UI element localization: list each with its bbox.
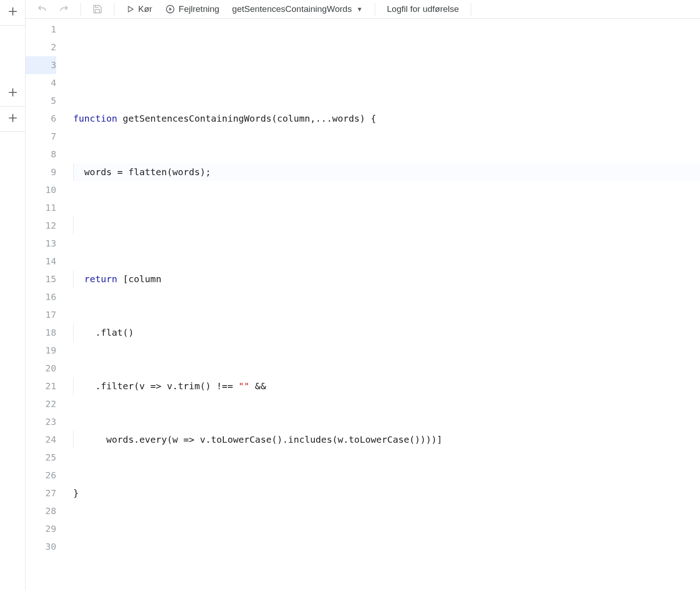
line-number[interactable]: 11 (26, 199, 56, 217)
toolbar-separator (375, 3, 375, 16)
code-line[interactable] (73, 56, 700, 74)
plus-icon (7, 86, 19, 101)
line-number[interactable]: 8 (26, 145, 56, 163)
line-number[interactable]: 7 (26, 128, 56, 145)
line-number[interactable]: 12 (26, 217, 56, 235)
run-button[interactable]: Kør (122, 1, 157, 17)
editor-toolbar: Kør Fejlretning getSentencesContainingWo… (26, 0, 700, 19)
toolbar-separator (471, 3, 471, 16)
code-line[interactable] (73, 538, 700, 556)
line-number[interactable]: 19 (26, 342, 56, 359)
code-line[interactable] (73, 217, 700, 235)
line-number[interactable]: 4 (26, 74, 56, 92)
line-number[interactable]: 15 (26, 270, 56, 288)
line-number[interactable]: 14 (26, 252, 56, 270)
line-number[interactable]: 29 (26, 520, 56, 538)
plus-icon (7, 5, 19, 20)
line-number[interactable]: 25 (26, 449, 56, 467)
code-line[interactable]: words = flatten(words); (73, 163, 700, 181)
debug-button[interactable]: Fejlretning (161, 1, 224, 17)
line-number[interactable]: 2 (26, 38, 56, 56)
leftrail-add-3[interactable] (0, 106, 26, 132)
line-number[interactable]: 3 (26, 56, 56, 74)
workspace: Kør Fejlretning getSentencesContainingWo… (26, 0, 700, 590)
save-button[interactable] (88, 0, 107, 18)
debug-label: Fejlretning (179, 4, 220, 14)
line-number[interactable]: 16 (26, 288, 56, 306)
line-number[interactable]: 26 (26, 467, 56, 484)
redo-button[interactable] (55, 0, 73, 18)
run-label: Kør (138, 4, 152, 14)
code-content[interactable]: function getSentencesContainingWords(col… (67, 19, 700, 590)
line-number[interactable]: 22 (26, 395, 56, 413)
line-number[interactable]: 27 (26, 484, 56, 502)
line-number-gutter: 1234567891011121314151617181920212223242… (26, 19, 67, 590)
line-number[interactable]: 9 (26, 163, 56, 181)
leftrail-add-2[interactable] (0, 80, 26, 106)
line-number[interactable]: 30 (26, 538, 56, 556)
toolbar-separator (114, 3, 114, 16)
line-number[interactable]: 13 (26, 235, 56, 252)
line-number[interactable]: 20 (26, 359, 56, 377)
code-line[interactable]: return [column (73, 270, 700, 288)
execution-log-button[interactable]: Logfil for udførelse (382, 1, 463, 17)
leftrail-add-1[interactable] (0, 0, 26, 26)
debug-icon (165, 4, 175, 14)
line-number[interactable]: 23 (26, 413, 56, 431)
line-number[interactable]: 1 (26, 21, 56, 38)
line-number[interactable]: 28 (26, 502, 56, 520)
code-line[interactable]: } (73, 484, 700, 502)
line-number[interactable]: 17 (26, 306, 56, 324)
code-line[interactable]: .flat() (73, 324, 700, 342)
code-line[interactable]: .filter(v => v.trim() !== "" && (73, 377, 700, 395)
svg-marker-2 (169, 7, 172, 11)
svg-marker-0 (129, 6, 134, 12)
code-line[interactable]: function getSentencesContainingWords(col… (73, 110, 700, 128)
line-number[interactable]: 5 (26, 92, 56, 110)
line-number[interactable]: 21 (26, 377, 56, 395)
function-select-label: getSentencesContainingWords (232, 4, 352, 14)
execution-log-label: Logfil for udførelse (387, 4, 459, 14)
function-select[interactable]: getSentencesContainingWords ▼ (227, 1, 367, 17)
plus-icon (7, 112, 19, 126)
line-number[interactable]: 10 (26, 181, 56, 199)
undo-button[interactable] (33, 0, 51, 18)
line-number[interactable]: 6 (26, 110, 56, 128)
chevron-down-icon: ▼ (356, 5, 363, 13)
code-editor[interactable]: 1234567891011121314151617181920212223242… (26, 19, 700, 590)
code-line[interactable]: words.every(w => v.toLowerCase().include… (73, 431, 700, 449)
toolbar-separator (81, 3, 81, 16)
play-icon (126, 5, 135, 13)
left-rail (0, 0, 26, 590)
line-number[interactable]: 18 (26, 324, 56, 342)
line-number[interactable]: 24 (26, 431, 56, 449)
